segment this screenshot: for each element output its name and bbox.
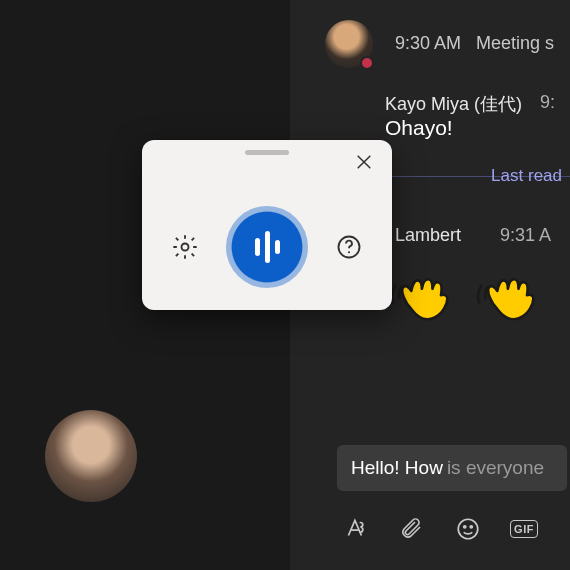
svg-point-7 [348, 251, 350, 253]
wave-emoji-icon [476, 258, 544, 326]
gif-label: GIF [510, 520, 538, 538]
sticker-button[interactable] [564, 513, 570, 545]
svg-point-2 [470, 526, 472, 528]
emoji-button[interactable] [452, 513, 484, 545]
message-label: Meeting s [476, 33, 554, 54]
help-button[interactable] [332, 230, 366, 264]
compose-input[interactable]: Hello! How is everyone [337, 445, 567, 491]
message-text: Ohayo! [385, 116, 453, 140]
svg-point-5 [182, 244, 189, 251]
message-time: 9:30 AM [395, 33, 461, 54]
attach-button[interactable] [396, 513, 428, 545]
presence-busy-icon [360, 56, 374, 70]
settings-button[interactable] [168, 230, 202, 264]
voice-dictation-panel [142, 140, 392, 310]
mic-waveform-icon [255, 231, 280, 263]
close-button[interactable] [354, 152, 378, 176]
wave-emoji-icon [390, 258, 458, 326]
format-button[interactable] [340, 513, 372, 545]
drag-handle[interactable] [245, 150, 289, 155]
compose-suggestion-text: is everyone [447, 457, 544, 479]
compose-typed-text: Hello! How [351, 457, 443, 479]
last-read-label: Last read [491, 166, 562, 186]
svg-point-1 [464, 526, 466, 528]
reaction-row [390, 258, 544, 326]
gif-button[interactable]: GIF [508, 513, 540, 545]
avatar[interactable] [45, 410, 137, 502]
message-time: 9:31 A [500, 225, 551, 246]
message-time: 9: [540, 92, 555, 113]
microphone-button[interactable] [226, 206, 308, 288]
svg-point-0 [458, 519, 478, 539]
compose-toolbar: GIF [340, 513, 570, 545]
message-author: Kayo Miya (佳代) [385, 92, 522, 116]
message-author: n Lambert [380, 225, 461, 246]
